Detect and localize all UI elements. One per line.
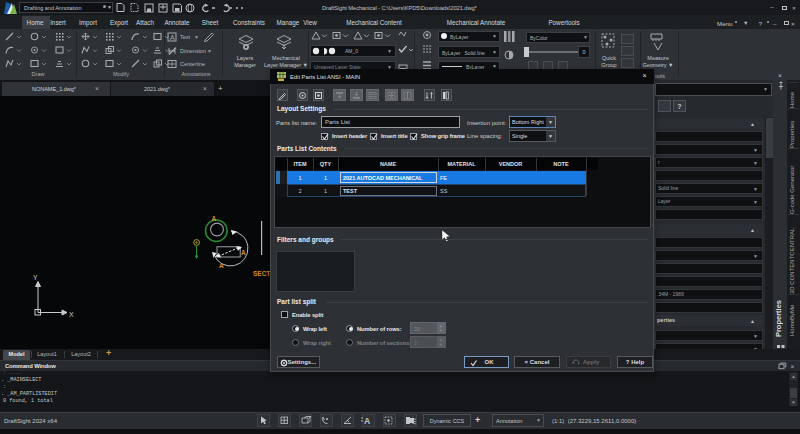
svg-text:A: A xyxy=(364,416,370,426)
svg-text:A: A xyxy=(170,34,175,41)
svg-text:A: A xyxy=(212,215,217,222)
svg-text:X: X xyxy=(69,311,74,318)
svg-text:A: A xyxy=(219,262,224,269)
svg-text:Y: Y xyxy=(33,274,38,281)
svg-text:A: A xyxy=(241,249,246,256)
